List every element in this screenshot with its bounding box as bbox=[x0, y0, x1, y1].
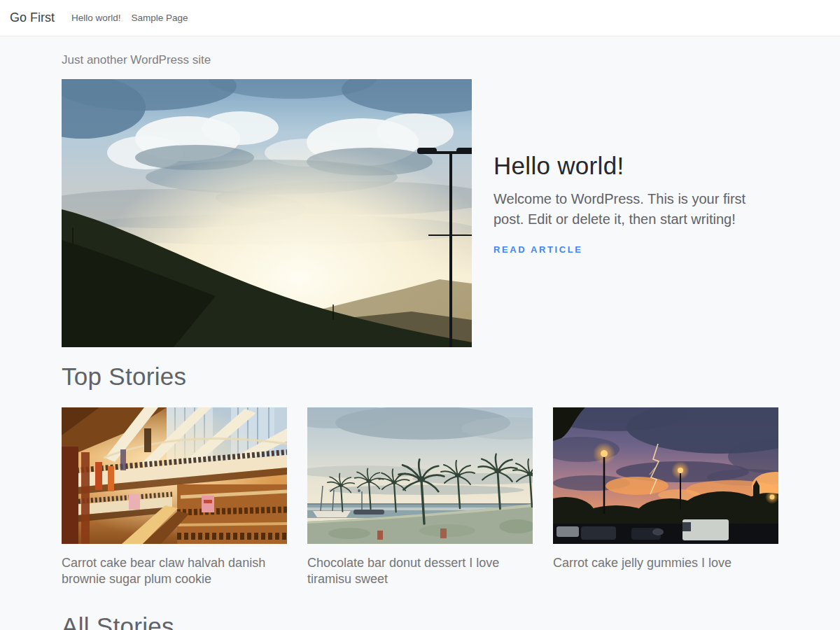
nav-item-hello-world[interactable]: Hello world! bbox=[71, 13, 121, 23]
top-stories-heading: Top Stories bbox=[62, 363, 778, 391]
featured-post-body: Hello world! Welcome to WordPress. This … bbox=[472, 79, 778, 347]
stormy-sunset-illustration bbox=[553, 407, 778, 544]
story-card-2: Chocolate bar donut dessert I love tiram… bbox=[307, 407, 533, 587]
nav-item-sample-page[interactable]: Sample Page bbox=[132, 13, 188, 23]
page-content: Just another WordPress site bbox=[62, 53, 778, 630]
story-image-mall[interactable] bbox=[62, 407, 287, 544]
story-card-1: Carrot cake bear claw halvah danish brow… bbox=[62, 407, 287, 587]
story-image-dusk[interactable] bbox=[553, 407, 778, 544]
site-title-link[interactable]: Go First bbox=[10, 10, 55, 25]
story-title[interactable]: Carrot cake jelly gummies I love bbox=[553, 555, 778, 571]
site-tagline: Just another WordPress site bbox=[62, 53, 778, 67]
story-card-3: Carrot cake jelly gummies I love bbox=[553, 407, 778, 587]
sunset-mountains-illustration bbox=[62, 79, 472, 347]
featured-post: Hello world! Welcome to WordPress. This … bbox=[62, 79, 778, 347]
all-stories-heading: All Stories bbox=[62, 612, 778, 630]
read-article-link[interactable]: READ ARTICLE bbox=[493, 244, 583, 255]
palm-beach-illustration bbox=[307, 407, 533, 544]
featured-post-image[interactable] bbox=[62, 79, 472, 347]
site-header: Go First Hello world! Sample Page bbox=[0, 0, 840, 36]
main-nav: Hello world! Sample Page bbox=[71, 13, 188, 23]
shopping-mall-illustration bbox=[62, 407, 287, 544]
featured-post-excerpt: Welcome to WordPress. This is your first… bbox=[493, 189, 778, 230]
story-title[interactable]: Chocolate bar donut dessert I love tiram… bbox=[307, 555, 533, 587]
story-image-beach[interactable] bbox=[307, 407, 533, 544]
featured-post-title[interactable]: Hello world! bbox=[493, 152, 778, 180]
story-title[interactable]: Carrot cake bear claw halvah danish brow… bbox=[62, 555, 287, 587]
top-stories-grid: Carrot cake bear claw halvah danish brow… bbox=[62, 407, 778, 587]
